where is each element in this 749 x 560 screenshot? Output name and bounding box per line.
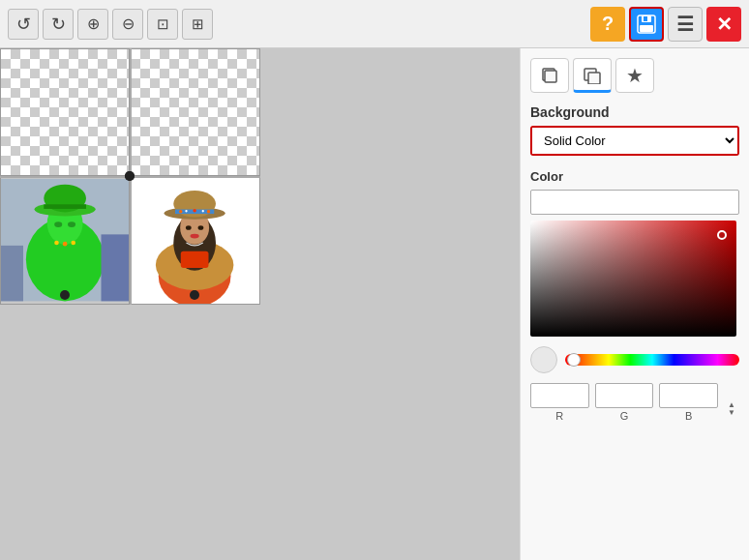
rgb-g-input[interactable]: 241 xyxy=(595,383,654,408)
redo-button[interactable]: ↻ xyxy=(43,9,74,40)
svg-point-13 xyxy=(63,242,68,247)
handle-bottom-center[interactable] xyxy=(60,290,70,300)
svg-point-12 xyxy=(54,241,59,246)
svg-rect-39 xyxy=(588,73,600,84)
rgb-r-input[interactable]: 248 xyxy=(530,383,589,408)
zoom-reset-button[interactable]: ⊞ xyxy=(182,9,213,40)
rgb-spinner[interactable]: ▲ ▼ xyxy=(724,397,739,422)
cell-bottom-left[interactable] xyxy=(0,176,130,304)
canvas-grid xyxy=(0,48,260,305)
handle-right-center[interactable] xyxy=(190,290,199,300)
tab-bar: ★ xyxy=(530,58,739,93)
svg-point-34 xyxy=(191,234,199,239)
svg-point-32 xyxy=(186,225,192,230)
toolbar-left: ↺ ↻ ⊕ ⊖ ⊡ ⊞ xyxy=(8,9,590,40)
svg-rect-9 xyxy=(44,205,86,210)
svg-point-31 xyxy=(207,210,210,213)
menu-button[interactable]: ☰ xyxy=(668,7,703,42)
svg-point-29 xyxy=(194,209,196,212)
color-hex-input[interactable] xyxy=(530,190,739,215)
zoom-in-button[interactable]: ⊕ xyxy=(77,9,108,40)
svg-rect-3 xyxy=(640,25,653,32)
svg-rect-2 xyxy=(644,16,647,21)
svg-rect-35 xyxy=(181,251,209,268)
rgb-r-field: 248 R xyxy=(530,383,589,422)
background-label: Background xyxy=(530,104,739,120)
svg-point-28 xyxy=(186,210,188,212)
help-button[interactable]: ? xyxy=(590,7,625,42)
undo-button[interactable]: ↺ xyxy=(8,9,39,40)
cell-top-right[interactable] xyxy=(130,48,259,176)
rgb-b-input[interactable]: 241 xyxy=(659,383,718,408)
spinner-down-icon: ▼ xyxy=(728,409,735,417)
rgb-r-label: R xyxy=(555,410,563,422)
main-area: ★ Background Solid Color Transparent Ima… xyxy=(0,48,749,560)
svg-point-30 xyxy=(202,210,204,212)
svg-point-33 xyxy=(198,225,204,230)
tab-layers[interactable] xyxy=(530,58,569,93)
color-swatch-preview xyxy=(530,346,557,373)
svg-rect-16 xyxy=(102,235,130,302)
zoom-out-button[interactable]: ⊖ xyxy=(112,9,143,40)
zoom-fit-button[interactable]: ⊡ xyxy=(147,9,178,40)
svg-rect-15 xyxy=(1,246,23,302)
hue-row xyxy=(530,346,739,373)
background-select[interactable]: Solid Color Transparent Image xyxy=(532,128,737,154)
canvas-area[interactable] xyxy=(0,48,520,560)
rgb-b-label: B xyxy=(685,410,692,422)
color-cursor xyxy=(717,230,727,240)
tab-effects[interactable]: ★ xyxy=(615,58,654,93)
rgb-row: 248 R 241 G 241 B ▲ ▼ xyxy=(530,383,739,422)
svg-rect-37 xyxy=(545,71,556,82)
rgb-g-label: G xyxy=(620,410,629,422)
cell-top-left[interactable] xyxy=(0,48,130,176)
right-panel: ★ Background Solid Color Transparent Ima… xyxy=(520,48,749,560)
rgb-b-field: 241 B xyxy=(659,383,718,422)
tab-properties[interactable] xyxy=(573,58,612,93)
color-section-label: Color xyxy=(530,169,739,184)
star-icon: ★ xyxy=(626,64,644,87)
color-gradient[interactable] xyxy=(530,221,736,337)
close-button[interactable]: ✕ xyxy=(706,7,741,42)
hue-slider[interactable] xyxy=(565,354,739,366)
svg-point-14 xyxy=(71,241,75,246)
cell-bottom-right[interactable] xyxy=(130,176,259,304)
color-picker-area[interactable] xyxy=(530,221,736,337)
background-dropdown-wrapper: Solid Color Transparent Image xyxy=(530,126,739,156)
save-button[interactable] xyxy=(629,7,664,42)
toolbar-right: ? ☰ ✕ xyxy=(590,7,741,42)
svg-point-27 xyxy=(179,210,182,213)
rgb-g-field: 241 G xyxy=(595,383,654,422)
svg-point-10 xyxy=(54,221,62,227)
svg-point-11 xyxy=(68,221,75,227)
toolbar: ↺ ↻ ⊕ ⊖ ⊡ ⊞ ? ☰ ✕ xyxy=(0,0,749,48)
hue-thumb xyxy=(567,353,581,367)
